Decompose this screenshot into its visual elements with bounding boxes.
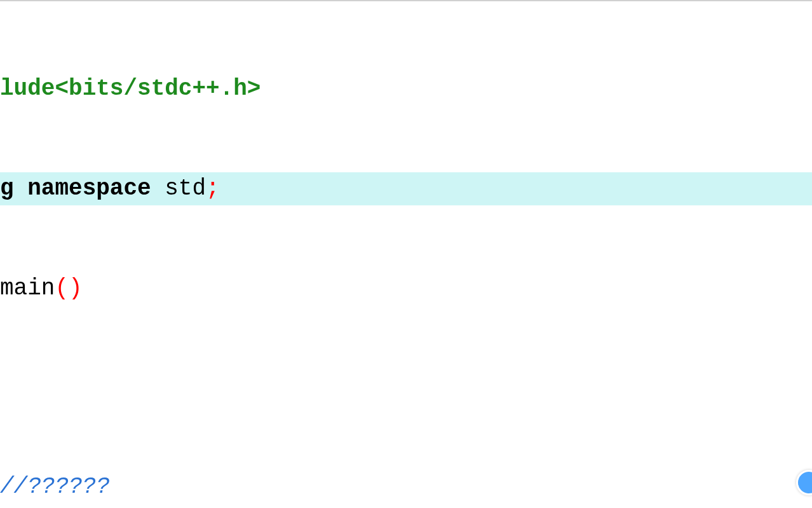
code-line-3[interactable]: main() [0,272,812,305]
code-line-1[interactable]: lude<bits/stdc++.h> [0,72,812,106]
namespace-keyword: namespace [27,175,151,202]
code-editor[interactable]: lude<bits/stdc++.h> g namespace std; mai… [0,1,812,508]
semicolon: ; [206,175,220,202]
std-identifier: std [151,175,206,202]
code-line-5[interactable]: //?????? [0,470,812,504]
code-line-2-highlighted[interactable]: g namespace std; [0,172,812,205]
include-fragment: lude [0,76,55,102]
include-header: <bits/stdc++.h> [55,76,261,102]
using-fragment: g [0,175,27,202]
main-fragment: main [0,275,55,301]
comment-1: //?????? [0,474,110,500]
parens: () [55,275,82,301]
code-line-4[interactable] [0,371,812,404]
